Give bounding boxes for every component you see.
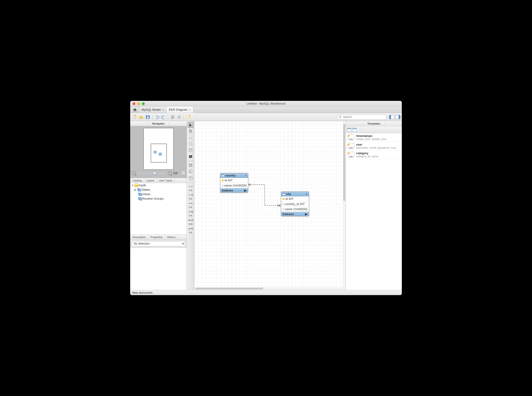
rel-1-1-nonid-tool[interactable] xyxy=(188,183,194,190)
note-tool[interactable] xyxy=(188,147,194,153)
rel-1-n-nonid-tool[interactable] xyxy=(188,192,194,198)
routine-tool[interactable] xyxy=(188,175,194,181)
new-file-button[interactable] xyxy=(132,114,138,120)
tab-catalog[interactable]: Catalog xyxy=(130,178,144,183)
horizontal-scrollbar[interactable] xyxy=(194,287,343,290)
tree-item-views[interactable]: Views xyxy=(130,192,187,196)
app-window: Untitled - MySQL Workbench MySQL Model ×… xyxy=(130,101,402,295)
save-file-button[interactable] xyxy=(145,114,151,120)
catalog-tabs: Catalog Layers User Types xyxy=(130,178,187,183)
template-item-category[interactable]: MWB categorycategory_id, name xyxy=(346,151,402,159)
tree-item-db[interactable]: ▼mydb xyxy=(130,183,187,187)
template-item-timestamps[interactable]: MWB timestampscreate_time, update_time xyxy=(346,133,402,142)
table-tool[interactable] xyxy=(188,162,194,168)
pointer-tool[interactable] xyxy=(188,122,194,128)
layer-tool[interactable] xyxy=(188,141,194,147)
page-thumbnail xyxy=(143,128,173,170)
tab-history[interactable]: History xyxy=(165,235,178,239)
folder-icon xyxy=(138,193,142,196)
svg-rect-19 xyxy=(189,143,192,145)
zoom-stepper[interactable]: ▲▼ xyxy=(182,171,185,175)
tree-item-tables[interactable]: ▶Tables xyxy=(130,187,187,192)
selection-dropdown[interactable]: No Selection xyxy=(132,241,185,246)
tab-user-types[interactable]: User Types xyxy=(157,178,175,183)
svg-point-24 xyxy=(190,156,190,157)
zoom-slider[interactable] xyxy=(137,173,166,174)
entity-city[interactable]: city▼ id INT country_id INT name CHAR(55… xyxy=(281,192,309,216)
rel-1-1-id-tool[interactable] xyxy=(188,200,194,206)
diagram-canvas[interactable]: country▼ id INT name CHAR(55) Indexes▶ c… xyxy=(194,121,346,290)
tab-label: MySQL Model xyxy=(142,108,161,111)
zoom-out-icon[interactable] xyxy=(132,171,136,175)
titlebar[interactable]: Untitled - MySQL Workbench xyxy=(130,101,402,106)
tab-mysql-model[interactable]: MySQL Model × xyxy=(139,106,166,113)
toggle-right-panel-button[interactable] xyxy=(395,115,400,119)
svg-point-12 xyxy=(180,116,180,116)
scroll-thumb[interactable] xyxy=(195,288,263,290)
collapse-icon[interactable]: ▼ xyxy=(306,193,308,195)
rel-existing-tool[interactable] xyxy=(188,226,194,232)
svg-point-2 xyxy=(135,115,136,116)
hand-tool[interactable] xyxy=(188,128,194,134)
description-tabs: Description Properties History xyxy=(130,234,187,240)
open-template-button[interactable] xyxy=(352,128,357,132)
slider-thumb[interactable] xyxy=(153,172,156,175)
catalog-tree[interactable]: ▼mydb ▶Tables Views Routine Groups xyxy=(130,183,187,234)
column-row[interactable]: id INT xyxy=(281,196,309,202)
navigator-header: Navigator xyxy=(130,121,187,126)
align-toggle-button[interactable] xyxy=(176,114,182,120)
svg-line-18 xyxy=(341,117,341,118)
indexes-row[interactable]: Indexes▶ xyxy=(281,212,309,216)
undo-button[interactable] xyxy=(154,114,160,120)
svg-point-14 xyxy=(180,117,180,118)
view-tool[interactable] xyxy=(188,169,194,175)
home-icon xyxy=(133,108,137,112)
indexes-row[interactable]: Indexes▶ xyxy=(220,188,248,192)
relationship-line[interactable] xyxy=(248,183,282,207)
table-icon xyxy=(282,193,285,195)
key-icon xyxy=(282,198,285,200)
tab-eer-diagram[interactable]: EER Diagram × xyxy=(166,106,193,113)
mwb-icon: MWB xyxy=(348,143,354,149)
column-row[interactable]: name CHAR(55) xyxy=(281,207,309,212)
svg-rect-25 xyxy=(189,164,192,166)
new-template-button[interactable]: ★ xyxy=(347,128,351,132)
tab-layers[interactable]: Layers xyxy=(144,178,157,183)
svg-point-13 xyxy=(178,117,179,118)
home-tab[interactable] xyxy=(131,106,139,113)
zoom-in-icon[interactable] xyxy=(168,171,172,175)
close-icon[interactable]: × xyxy=(189,108,191,112)
redo-button[interactable] xyxy=(160,114,166,120)
navigator-preview[interactable]: 100 ▲▼ xyxy=(130,126,187,178)
grid-toggle-button[interactable] xyxy=(170,114,176,120)
image-tool[interactable] xyxy=(188,153,194,160)
database-icon xyxy=(134,184,138,187)
column-row[interactable]: country_id INT xyxy=(281,202,309,207)
rel-n-m-tool[interactable] xyxy=(188,217,194,223)
column-icon xyxy=(282,203,284,205)
new-note-button[interactable] xyxy=(185,114,191,120)
rel-label: 1:n xyxy=(189,198,192,200)
tree-item-routines[interactable]: Routine Groups xyxy=(130,196,187,201)
scroll-thumb[interactable] xyxy=(343,124,345,201)
column-row[interactable]: name CHAR(55) xyxy=(220,183,248,188)
open-file-button[interactable] xyxy=(138,114,144,120)
rel-1-n-id-tool[interactable] xyxy=(188,209,194,215)
toggle-left-panel-button[interactable] xyxy=(389,115,394,119)
navigator-tab[interactable]: Navigator xyxy=(148,122,169,125)
eraser-tool[interactable] xyxy=(188,134,194,141)
template-item-user[interactable]: MWB userusername, email, password, crea.… xyxy=(346,142,402,151)
description-body xyxy=(130,248,187,290)
search-box[interactable] xyxy=(337,114,386,120)
templates-tab[interactable]: Templates xyxy=(363,122,385,125)
vertical-scrollbar[interactable] xyxy=(343,121,346,290)
tab-properties[interactable]: Properties xyxy=(148,235,165,239)
rel-label: 1:1 xyxy=(189,189,192,192)
close-icon[interactable]: × xyxy=(162,108,164,112)
entity-country[interactable]: country▼ id INT name CHAR(55) Indexes▶ xyxy=(220,173,248,193)
tab-description[interactable]: Description xyxy=(130,235,148,239)
search-input[interactable] xyxy=(343,115,385,119)
column-icon xyxy=(221,184,224,187)
collapse-icon[interactable]: ▼ xyxy=(245,174,247,177)
column-row[interactable]: id INT xyxy=(220,178,248,183)
